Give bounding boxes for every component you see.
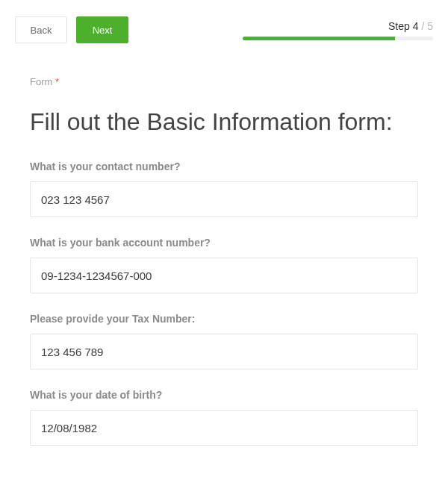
progress-bar — [243, 37, 433, 40]
back-button[interactable]: Back — [15, 16, 67, 43]
top-bar: Back Next Step 4 / 5 — [0, 0, 448, 51]
form-hint-text: Form — [30, 76, 52, 87]
step-indicator: Step 4 / 5 — [243, 20, 433, 40]
bank-input[interactable] — [30, 258, 418, 293]
step-total: 5 — [427, 20, 433, 32]
step-prefix: Step — [388, 20, 413, 32]
tax-label: Please provide your Tax Number: — [30, 313, 418, 325]
contact-input[interactable] — [30, 181, 418, 217]
contact-label: What is your contact number? — [30, 160, 418, 172]
field-bank: What is your bank account number? — [30, 237, 418, 293]
page-title: Fill out the Basic Information form: — [30, 107, 418, 137]
step-separator: / — [419, 20, 428, 32]
form-content: Form * Fill out the Basic Information fo… — [0, 51, 448, 480]
field-tax: Please provide your Tax Number: — [30, 313, 418, 370]
step-current: 4 — [413, 20, 419, 32]
form-hint: Form * — [30, 76, 418, 87]
dob-label: What is your date of birth? — [30, 389, 418, 401]
step-label: Step 4 / 5 — [388, 20, 433, 32]
next-button[interactable]: Next — [76, 16, 128, 43]
tax-input[interactable] — [30, 334, 418, 370]
dob-input[interactable] — [30, 410, 418, 446]
progress-fill — [243, 37, 395, 40]
bank-label: What is your bank account number? — [30, 237, 418, 249]
field-dob: What is your date of birth? — [30, 389, 418, 446]
required-mark: * — [55, 76, 59, 87]
field-contact: What is your contact number? — [30, 160, 418, 217]
